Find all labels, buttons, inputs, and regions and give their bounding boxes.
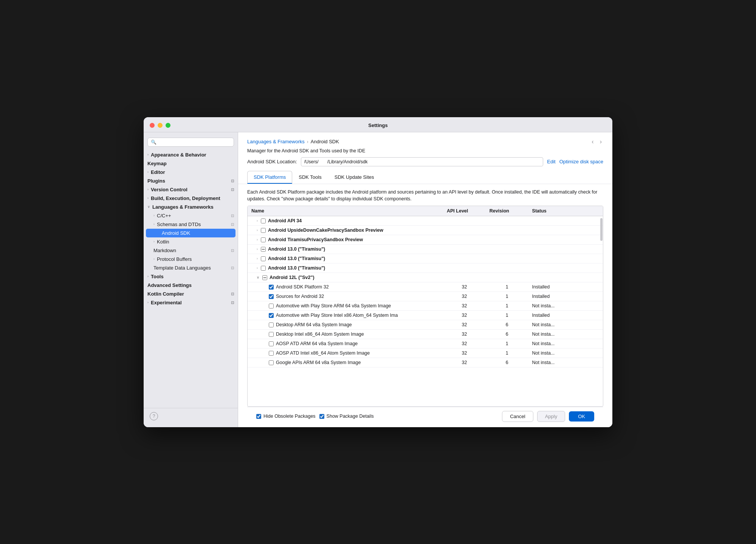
td-name: › Android UpsideDownCakePrivacySandbox P… bbox=[248, 226, 443, 235]
forward-button[interactable]: › bbox=[598, 138, 603, 145]
td-api bbox=[443, 273, 486, 282]
hide-obsolete-checkbox[interactable] bbox=[256, 414, 261, 419]
sidebar-item-label: Build, Execution, Deployment bbox=[151, 195, 220, 201]
th-revision: Revision bbox=[486, 206, 528, 216]
ok-button[interactable]: OK bbox=[569, 411, 594, 422]
tab-sdk-tools[interactable]: SDK Tools bbox=[292, 171, 328, 184]
td-status bbox=[528, 216, 603, 226]
sidebar-item-label: Keymap bbox=[147, 161, 167, 166]
td-api: 32 bbox=[443, 339, 486, 349]
row-checkbox[interactable] bbox=[269, 285, 274, 290]
close-button[interactable] bbox=[150, 123, 155, 128]
td-status bbox=[528, 254, 603, 263]
sidebar-item-editor[interactable]: › Editor bbox=[144, 168, 238, 177]
row-expand-icon[interactable]: › bbox=[257, 247, 258, 251]
td-revision bbox=[486, 263, 528, 273]
sdk-location-input[interactable] bbox=[301, 157, 544, 166]
row-expand-icon[interactable]: › bbox=[257, 238, 258, 242]
apply-button[interactable]: Apply bbox=[537, 411, 565, 422]
td-revision: 1 bbox=[486, 339, 528, 349]
row-checkbox[interactable] bbox=[269, 322, 274, 327]
show-details-label[interactable]: Show Package Details bbox=[327, 414, 374, 419]
row-checkbox[interactable] bbox=[269, 313, 274, 318]
sidebar-item-experimental[interactable]: › Experimental ⊡ bbox=[144, 298, 238, 307]
table-row: › Android UpsideDownCakePrivacySandbox P… bbox=[248, 226, 603, 235]
edit-button[interactable]: Edit bbox=[547, 159, 555, 164]
row-checkbox[interactable] bbox=[269, 351, 274, 356]
sidebar-item-plugins[interactable]: Plugins ⊡ bbox=[144, 177, 238, 185]
row-checkbox[interactable] bbox=[261, 237, 266, 242]
row-checkbox[interactable] bbox=[261, 247, 266, 252]
td-name: Google APIs ARM 64 v8a System Image bbox=[248, 358, 443, 367]
sidebar-item-protocol-buffers[interactable]: › Protocol Buffers bbox=[144, 255, 238, 263]
td-name: › Android 13.0 ("Tiramisu") bbox=[248, 263, 443, 273]
sidebar: 🔍 › Appearance & Behavior Keymap › Edito… bbox=[144, 132, 238, 427]
row-checkbox[interactable] bbox=[269, 332, 274, 337]
row-expand-icon[interactable]: › bbox=[257, 257, 258, 260]
td-revision: 1 bbox=[486, 301, 528, 311]
th-status: Status bbox=[528, 206, 603, 216]
search-input[interactable] bbox=[158, 139, 231, 145]
sidebar-item-keymap[interactable]: Keymap bbox=[144, 159, 238, 168]
td-revision bbox=[486, 254, 528, 263]
optimize-button[interactable]: Optimize disk space bbox=[559, 159, 603, 164]
table-row: › Android TiramisuPrivacySandbox Preview bbox=[248, 235, 603, 245]
table-row: Desktop ARM 64 v8a System Image 32 6 Not… bbox=[248, 320, 603, 330]
maximize-button[interactable] bbox=[166, 123, 170, 128]
sidebar-item-android-sdk[interactable]: Android SDK bbox=[146, 229, 235, 237]
sidebar-item-advanced-settings[interactable]: Advanced Settings bbox=[144, 281, 238, 290]
td-revision: 1 bbox=[486, 311, 528, 320]
help-button[interactable]: ? bbox=[150, 412, 158, 420]
row-checkbox[interactable] bbox=[261, 228, 266, 233]
sidebar-item-tools[interactable]: › Tools bbox=[144, 272, 238, 281]
sidebar-item-build[interactable]: › Build, Execution, Deployment bbox=[144, 194, 238, 203]
td-api bbox=[443, 216, 486, 226]
search-box[interactable]: 🔍 bbox=[147, 138, 234, 147]
sidebar-item-languages[interactable]: ∨ Languages & Frameworks bbox=[144, 203, 238, 211]
sidebar-item-markdown[interactable]: Markdown ⊡ bbox=[144, 246, 238, 255]
sidebar-item-label: Plugins bbox=[147, 178, 165, 184]
td-api bbox=[443, 235, 486, 245]
cancel-button[interactable]: Cancel bbox=[502, 411, 533, 422]
breadcrumb-nav: ‹ › bbox=[590, 138, 603, 145]
sidebar-item-cpp[interactable]: › C/C++ ⊡ bbox=[144, 211, 238, 220]
row-checkbox[interactable] bbox=[261, 219, 266, 223]
sidebar-item-appearance[interactable]: › Appearance & Behavior bbox=[144, 150, 238, 159]
row-expand-icon[interactable]: › bbox=[257, 266, 258, 270]
sidebar-item-kotlin[interactable]: › Kotlin bbox=[144, 237, 238, 246]
table-row: ∨ Android 12L ("Sv2") bbox=[248, 273, 603, 282]
breadcrumb-parent[interactable]: Languages & Frameworks bbox=[247, 139, 305, 144]
chevron-icon: › bbox=[147, 188, 149, 191]
scrollbar-thumb bbox=[600, 218, 603, 241]
show-details-checkbox[interactable] bbox=[319, 414, 324, 419]
row-checkbox[interactable] bbox=[269, 341, 274, 346]
sidebar-item-version-control[interactable]: › Version Control ⊡ bbox=[144, 185, 238, 194]
badge-icon: ⊡ bbox=[231, 292, 234, 296]
row-expand-icon[interactable]: › bbox=[257, 228, 258, 232]
row-checkbox[interactable] bbox=[261, 256, 266, 261]
row-checkbox[interactable] bbox=[269, 294, 274, 299]
td-status: Not insta... bbox=[528, 339, 603, 349]
sidebar-item-kotlin-compiler[interactable]: Kotlin Compiler ⊡ bbox=[144, 290, 238, 298]
td-name: Desktop Intel x86_64 Atom System Image bbox=[248, 330, 443, 339]
hide-obsolete-label[interactable]: Hide Obsolete Packages bbox=[263, 414, 316, 419]
row-expand-icon[interactable]: ∨ bbox=[257, 276, 259, 279]
row-checkbox[interactable] bbox=[262, 275, 267, 280]
sidebar-item-schemas[interactable]: › Schemas and DTDs ⊡ bbox=[144, 220, 238, 229]
sidebar-item-template-data[interactable]: Template Data Languages ⊡ bbox=[144, 263, 238, 272]
row-checkbox[interactable] bbox=[269, 304, 274, 308]
row-expand-icon[interactable]: › bbox=[257, 219, 258, 223]
tab-sdk-platforms[interactable]: SDK Platforms bbox=[247, 171, 292, 184]
td-revision bbox=[486, 273, 528, 282]
chevron-icon: › bbox=[147, 196, 149, 200]
row-checkbox[interactable] bbox=[269, 360, 274, 365]
tab-sdk-update-sites[interactable]: SDK Update Sites bbox=[328, 171, 381, 184]
td-status: Not insta... bbox=[528, 320, 603, 330]
sidebar-item-label: Languages & Frameworks bbox=[152, 204, 214, 210]
td-api: 32 bbox=[443, 301, 486, 311]
table-row: Automotive with Play Store Intel x86 Ato… bbox=[248, 311, 603, 320]
minimize-button[interactable] bbox=[158, 123, 163, 128]
scrollbar[interactable] bbox=[600, 206, 603, 406]
row-checkbox[interactable] bbox=[261, 266, 266, 271]
back-button[interactable]: ‹ bbox=[590, 138, 595, 145]
